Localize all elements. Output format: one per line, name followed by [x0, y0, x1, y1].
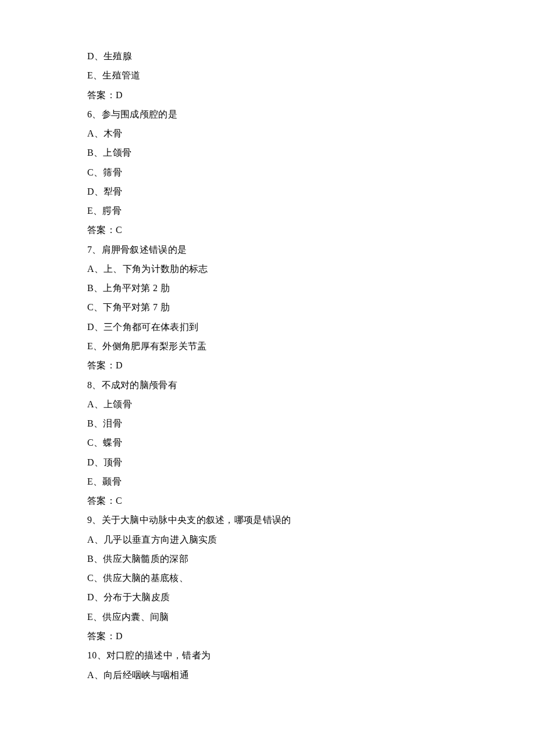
text-line: A、向后经咽峡与咽相通: [87, 665, 535, 685]
text-line: 答案：C: [87, 491, 535, 510]
text-line: A、上颌骨: [87, 395, 535, 414]
text-line: D、顶骨: [87, 453, 535, 472]
text-line: 7、肩胛骨叙述错误的是: [87, 240, 535, 259]
text-line: C、筛骨: [87, 163, 535, 182]
text-line: A、几乎以垂直方向进入脑实质: [87, 530, 535, 549]
text-line: C、供应大脑的基底核、: [87, 568, 535, 587]
text-line: D、分布于大脑皮质: [87, 587, 535, 607]
text-line: 10、对口腔的描述中，错者为: [87, 646, 535, 665]
text-line: E、外侧角肥厚有梨形关节盂: [87, 336, 535, 356]
text-line: 6、参与围成颅腔的是: [87, 105, 535, 124]
text-line: A、上、下角为计数肋的标志: [87, 259, 535, 278]
text-line: 答案：D: [87, 356, 535, 375]
text-line: D、生殖腺: [87, 46, 535, 66]
text-line: D、三个角都可在体表扪到: [87, 317, 535, 336]
text-line: B、泪骨: [87, 414, 535, 433]
text-line: B、供应大脑髓质的深部: [87, 549, 535, 568]
text-line: 答案：D: [87, 85, 535, 105]
text-line: D、犁骨: [87, 182, 535, 201]
text-line: C、蝶骨: [87, 433, 535, 452]
text-line: E、腭骨: [87, 201, 535, 220]
text-line: E、颞骨: [87, 472, 535, 491]
text-line: 答案：C: [87, 220, 535, 239]
text-line: E、生殖管道: [87, 66, 535, 85]
text-line: B、上颌骨: [87, 143, 535, 162]
text-line: 答案：D: [87, 626, 535, 646]
text-line: 8、不成对的脑颅骨有: [87, 375, 535, 395]
document-page: D、生殖腺 E、生殖管道 答案：D 6、参与围成颅腔的是 A、木骨 B、上颌骨 …: [0, 0, 535, 719]
text-line: B、上角平对第 2 肋: [87, 278, 535, 298]
text-line: E、供应内囊、间脑: [87, 607, 535, 626]
text-line: A、木骨: [87, 124, 535, 143]
text-line: 9、关于大脑中动脉中央支的叙述，哪项是错误的: [87, 510, 535, 529]
text-line: C、下角平对第 7 肋: [87, 298, 535, 317]
